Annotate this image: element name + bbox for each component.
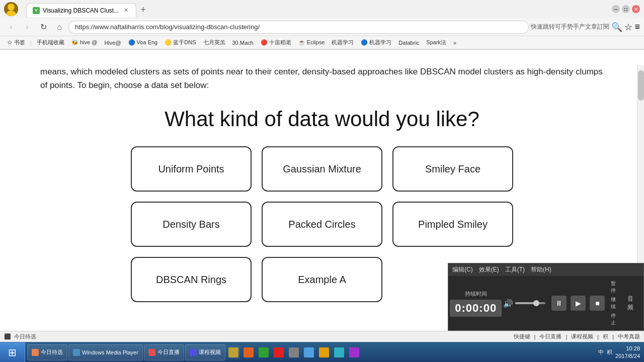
taskbar-icon-1[interactable] [242, 345, 256, 359]
taskbar-dot-2 [190, 349, 197, 356]
taskbar: ⊞ 今日待选 Windows Media Player 今日直播 课程视频 [0, 342, 644, 362]
bookmark-item-4[interactable]: 🔵 Voa Eng [125, 38, 161, 47]
back-button[interactable]: ‹ [4, 20, 18, 34]
bookmark-item-8[interactable]: 🔴 十亩稻老 [258, 38, 294, 47]
taskbar-item-0[interactable]: 今日待选 [27, 344, 67, 360]
home-button[interactable]: ⌂ [52, 20, 66, 34]
pause-label: 暂停 [611, 280, 619, 294]
taskbar-lang-points[interactable]: 积 [607, 348, 612, 356]
bookmark-more-button[interactable]: » [450, 39, 459, 47]
smiley-face-button[interactable]: Smiley Face [392, 146, 513, 192]
start-icon: ⊞ [8, 346, 17, 358]
status-video: 课程视频 [571, 333, 593, 340]
taskbar-icon-6[interactable] [317, 345, 331, 359]
media-toolbar: 编辑(C) 效果(E) 工具(T) 帮助(H) [448, 263, 643, 276]
density-bars-button[interactable]: Density Bars [131, 202, 252, 247]
status-separator2: | [566, 334, 567, 340]
status-shortcut: 快捷键 [514, 333, 530, 340]
bookmark-item-11[interactable]: 🔵 机器学习 [358, 38, 394, 47]
menu-icon[interactable]: ≡ [634, 22, 640, 32]
taskbar-icon-8[interactable] [347, 345, 361, 359]
taskbar-app-icon-5 [304, 347, 314, 357]
taskbar-item-2[interactable]: 课程视频 [185, 344, 225, 360]
stop-button[interactable]: ■ [590, 296, 605, 311]
bookmark-item-13[interactable]: Spark法 [423, 38, 449, 47]
taskbar-app-icons [226, 345, 361, 359]
maximize-button[interactable]: □ [622, 5, 630, 13]
minimize-button[interactable]: ─ [612, 5, 620, 13]
avatar [4, 2, 18, 16]
media-menu-effects[interactable]: 效果(E) [479, 265, 499, 274]
taskbar-item-1[interactable]: 今日直播 [144, 344, 184, 360]
example-a-button[interactable]: Example A [262, 257, 382, 302]
bookmark-item-3[interactable]: Hive@ [101, 39, 124, 47]
taskbar-icon-0[interactable] [226, 345, 240, 359]
taskbar-lang-zh[interactable]: 中 [598, 348, 604, 356]
clock-date: 2017/8/24 [615, 352, 640, 359]
taskbar-label-1: 今日直播 [157, 348, 180, 356]
dbscan-rings-button[interactable]: DBSCAN Rings [131, 257, 252, 302]
media-menu-help[interactable]: 帮助(H) [531, 265, 551, 274]
pause-button[interactable]: ⏸ [551, 296, 567, 311]
media-player: 编辑(C) 效果(E) 工具(T) 帮助(H) 持续时间 0:00:00 🔊 ⏸… [448, 263, 644, 331]
packed-circles-button[interactable]: Packed Circles [262, 202, 382, 247]
svg-point-1 [6, 11, 17, 16]
taskbar-app-icon-7 [334, 347, 344, 357]
taskbar-item-wmp[interactable]: Windows Media Player [68, 344, 143, 360]
status-exam: 中考真题 [618, 333, 640, 340]
taskbar-dot-1 [148, 349, 155, 356]
new-tab-button[interactable]: + [136, 3, 150, 17]
bookmark-star-icon[interactable]: ☆ [624, 22, 632, 33]
bookmark-item-7[interactable]: 30.Mach [229, 39, 257, 47]
tab-favicon: V [33, 7, 40, 14]
taskbar-icon-4[interactable] [287, 345, 301, 359]
window-controls: ─ □ ✕ [612, 5, 640, 13]
url-bar[interactable] [68, 21, 529, 34]
search-icon[interactable]: 🔍 [611, 22, 622, 33]
stop-label: 停止 [611, 312, 619, 326]
tab-title: Visualizing DBSCAN Clust... [43, 7, 119, 14]
taskbar-icon-7[interactable] [332, 345, 346, 359]
play-button[interactable]: ▶ [571, 296, 586, 311]
clock-time: 10:28 [615, 345, 640, 352]
scrollbar-thumb[interactable] [638, 70, 644, 101]
close-button[interactable]: ✕ [632, 5, 640, 13]
title-bar: V Visualizing DBSCAN Clust... ✕ + ─ □ ✕ [0, 0, 644, 18]
media-menu-edit[interactable]: 编辑(C) [452, 265, 473, 274]
media-control-labels: 暂停 继续 停止 [611, 280, 619, 326]
bookmark-item-9[interactable]: ☕ Eclipse [295, 38, 328, 47]
bookmark-item-2[interactable]: 🐝 hive @ [68, 38, 100, 47]
uniform-points-button[interactable]: Uniform Points [131, 146, 252, 192]
taskbar-icon-5[interactable] [302, 345, 316, 359]
taskbar-app-icon-6 [319, 347, 329, 357]
bookmark-item-12[interactable]: Databric [395, 39, 422, 47]
active-tab[interactable]: V Visualizing DBSCAN Clust... ✕ [26, 3, 136, 17]
nav-bar: ‹ › ↻ ⌂ 快速跳转可手势手产文章訂閱 🔍 ☆ ≡ [0, 18, 644, 36]
status-separator: | [534, 334, 536, 340]
volume-bar[interactable] [515, 302, 545, 304]
bookmark-item-0[interactable]: ☆ 书签 [4, 38, 28, 47]
volume-knob[interactable] [533, 300, 539, 306]
main-question: What kind of data would you like? [40, 107, 604, 131]
status-left: ⬛ 今日待选 [4, 333, 36, 340]
refresh-button[interactable]: ↻ [36, 20, 50, 34]
forward-button[interactable]: › [20, 20, 34, 34]
tab-close-button[interactable]: ✕ [122, 7, 130, 15]
bookmark-item-10[interactable]: 机器学习 [329, 38, 357, 47]
bookmark-item-6[interactable]: 七月英羔 [200, 38, 228, 47]
bookmark-item-1[interactable]: 手机端收藏 [34, 38, 67, 47]
pimpled-smiley-button[interactable]: Pimpled Smiley [392, 202, 513, 247]
start-button[interactable]: ⊞ [0, 342, 25, 363]
media-menu-tools[interactable]: 工具(T) [505, 265, 525, 274]
taskbar-right: 中 积 10:28 2017/8/24 [594, 345, 644, 359]
taskbar-icon-3[interactable] [272, 345, 286, 359]
taskbar-label-0: 今日待选 [41, 348, 63, 356]
taskbar-icon-2[interactable] [257, 345, 271, 359]
status-item-today: 今日待选 [14, 333, 36, 340]
taskbar-label-wmp: Windows Media Player [82, 349, 138, 355]
bookmark-item-5[interactable]: 🟡 蓝于DNS [162, 38, 199, 47]
status-separator4: | [612, 334, 614, 340]
duration-label: 持续时间 [465, 290, 487, 298]
gaussian-mixture-button[interactable]: Gaussian Mixture [262, 146, 382, 192]
taskbar-app-icon-8 [349, 347, 359, 357]
